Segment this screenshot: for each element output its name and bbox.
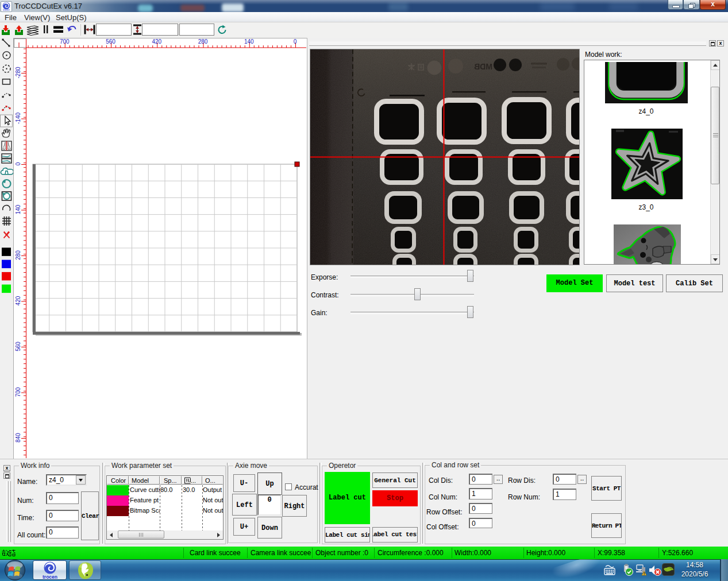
svg-text:280: 280 — [15, 250, 21, 260]
svg-text:420: 420 — [152, 38, 161, 45]
svg-text:MDB: MDB — [474, 62, 492, 71]
svg-text:trocen: trocen — [43, 574, 57, 580]
svg-text:0: 0 — [15, 162, 21, 165]
svg-text:140: 140 — [244, 38, 254, 45]
svg-text:700: 700 — [15, 387, 21, 397]
svg-text:560: 560 — [106, 38, 115, 45]
svg-text:140: 140 — [15, 204, 21, 214]
svg-text:420: 420 — [15, 296, 21, 305]
svg-text:0: 0 — [294, 38, 297, 45]
svg-text:-140: -140 — [15, 113, 21, 124]
svg-text:700: 700 — [60, 38, 70, 45]
svg-text:560: 560 — [15, 342, 21, 351]
svg-text:840: 840 — [15, 433, 21, 443]
svg-text:280: 280 — [198, 38, 208, 45]
svg-text:trocen: trocen — [3, 9, 10, 11]
svg-text:-280: -280 — [15, 67, 21, 78]
